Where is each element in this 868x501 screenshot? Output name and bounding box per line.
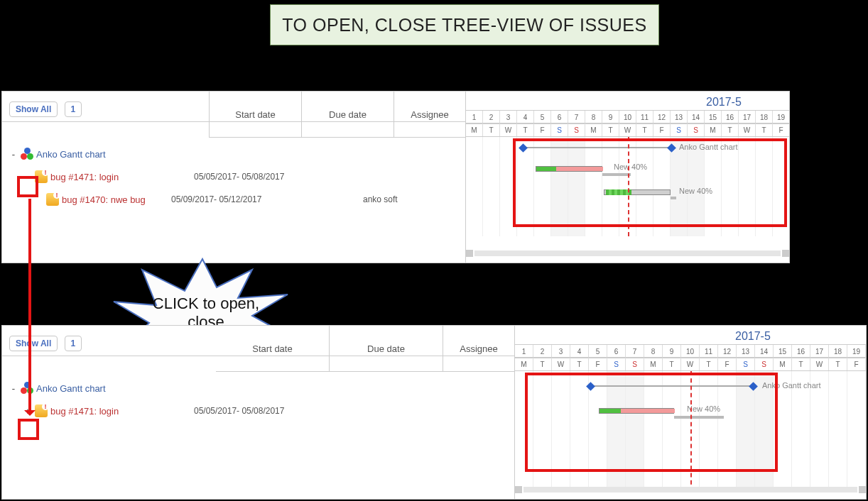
gantt-tail-1470 [671, 197, 676, 199]
header-due-date: Due date [330, 326, 443, 371]
month-label: 2017-5 [735, 330, 771, 343]
dow-cell: F [847, 358, 866, 370]
dow-cell: S [626, 358, 644, 370]
day-cell: 16 [792, 345, 810, 358]
day-cell: 13 [671, 111, 688, 123]
gantt-panel-expanded: Show All 1 Start date Due date Assignee … [1, 91, 790, 263]
day-cell: 19 [773, 111, 789, 123]
show-all-button[interactable]: Show All [9, 336, 58, 351]
calendar-dow-row: MTWTFSSMTWTFSSMTWTF [515, 357, 866, 371]
scroll-left-icon[interactable] [466, 250, 473, 257]
dow-cell: T [700, 358, 718, 370]
day-cell: 16 [722, 111, 739, 123]
day-cell: 2 [483, 111, 500, 123]
dow-cell: M [466, 123, 483, 136]
day-cell: 8 [585, 111, 602, 123]
day-cell: 14 [755, 345, 774, 358]
gantt-bar-project[interactable] [590, 385, 754, 390]
project-link[interactable]: Anko Gantt chart [36, 383, 106, 394]
tree-row-issue-1471: - bug #1471: login 05/05/2017- 05/08/201… [2, 165, 465, 188]
dow-cell: M [705, 123, 722, 136]
day-cell: 10 [681, 345, 700, 358]
month-label: 2017-5 [706, 96, 742, 109]
issue-1471-dates: 05/05/2017- 05/08/2017 [194, 406, 379, 416]
calendar-days-row: 12345678910111213141516171819 [515, 344, 866, 358]
scroll-right-icon[interactable] [859, 486, 866, 493]
toggle-issue-1471[interactable]: - [23, 172, 32, 181]
dow-cell: T [533, 358, 552, 370]
header-due-date: Due date [302, 92, 394, 137]
bug-icon [46, 193, 59, 206]
day-cell: 8 [644, 345, 663, 358]
gantt-tail-1471 [602, 173, 631, 176]
dow-cell: S [551, 123, 568, 136]
day-cell: 19 [847, 345, 866, 358]
show-all-button[interactable]: Show All [9, 101, 58, 117]
annotation-arrow [28, 199, 31, 414]
day-cell: 14 [688, 111, 705, 123]
dow-cell: T [636, 123, 653, 136]
column-headers: Start date Due date Assignee [209, 92, 465, 138]
dow-cell: S [671, 123, 688, 136]
dow-cell: T [602, 123, 619, 136]
day-cell: 9 [602, 111, 619, 123]
scroll-left-icon[interactable] [515, 486, 522, 493]
gantt-status-1470: New 40% [679, 187, 712, 195]
gantt-bar-1471[interactable] [599, 408, 674, 414]
horizontal-scrollbar[interactable] [515, 486, 866, 493]
gantt-bar-1471[interactable] [536, 166, 602, 172]
horizontal-scrollbar[interactable] [466, 250, 789, 257]
gantt-chart-bottom: 2017-5 12345678910111213141516171819 MTW… [515, 326, 866, 499]
toggle-project[interactable]: - [9, 384, 18, 392]
tree-zone: Show All 1 Start date Due date Assignee … [2, 326, 515, 499]
issue-1471-dates: 05/05/2017- 05/08/2017 [194, 172, 379, 182]
dow-cell: F [718, 358, 737, 370]
column-headers: Start date Due date Assignee [216, 326, 514, 372]
dow-cell: W [619, 123, 636, 136]
calendar-dow-row: MTWTFSSMTWTFSSMTWTF [466, 123, 789, 137]
gantt-label-project: Anko Gantt chart [679, 143, 738, 151]
dow-cell: W [810, 358, 829, 370]
tree-zone: Show All 1 Start date Due date Assignee … [2, 92, 466, 263]
tree-row-issue-1470: bug #1470: nwe bug 05/09/2017- 05/12/201… [2, 188, 465, 211]
issue-1470-link[interactable]: bug #1470: nwe bug [62, 194, 146, 205]
issue-1471-link[interactable]: bug #1471: login [50, 406, 119, 417]
gantt-status-1471: New 40% [687, 404, 720, 413]
dow-cell: W [681, 358, 700, 370]
project-link[interactable]: Anko Gantt chart [36, 149, 106, 160]
bug-icon [35, 170, 48, 183]
dow-cell: F [589, 358, 607, 370]
gantt-label-project: Anko Gantt chart [762, 381, 821, 390]
day-cell: 6 [551, 111, 568, 123]
dow-cell: T [722, 123, 739, 136]
tree-row-project: - Anko Gantt chart [2, 377, 514, 400]
bug-icon [35, 404, 48, 417]
day-cell: 11 [700, 345, 718, 358]
tutorial-banner: TO OPEN, CLOSE TREE-VIEW OF ISSUES [270, 4, 659, 45]
day-cell: 17 [739, 111, 756, 123]
issue-1471-link[interactable]: bug #1471: login [50, 172, 119, 182]
dow-cell: M [774, 358, 792, 370]
day-cell: 7 [626, 345, 644, 358]
day-cell: 5 [534, 111, 551, 123]
toggle-project[interactable]: - [9, 150, 18, 158]
day-cell: 18 [756, 111, 773, 123]
gantt-bar-project[interactable] [523, 147, 672, 151]
dow-cell: W [552, 358, 570, 370]
page-1-button[interactable]: 1 [65, 336, 82, 351]
day-cell: 7 [568, 111, 585, 123]
dow-cell: M [644, 358, 663, 370]
day-cell: 12 [718, 345, 737, 358]
dow-cell: W [500, 123, 517, 136]
gantt-chart-top: 2017-5 12345678910111213141516171819 MTW… [466, 92, 789, 263]
scroll-right-icon[interactable] [782, 250, 789, 257]
dow-cell: S [688, 123, 705, 136]
gantt-bar-1470[interactable] [604, 189, 671, 195]
day-cell: 6 [607, 345, 626, 358]
dow-cell: S [737, 358, 755, 370]
page-1-button[interactable]: 1 [65, 101, 82, 117]
dow-cell: T [570, 358, 589, 370]
dow-cell: T [483, 123, 500, 136]
day-cell: 11 [636, 111, 653, 123]
dow-cell: T [756, 123, 773, 136]
